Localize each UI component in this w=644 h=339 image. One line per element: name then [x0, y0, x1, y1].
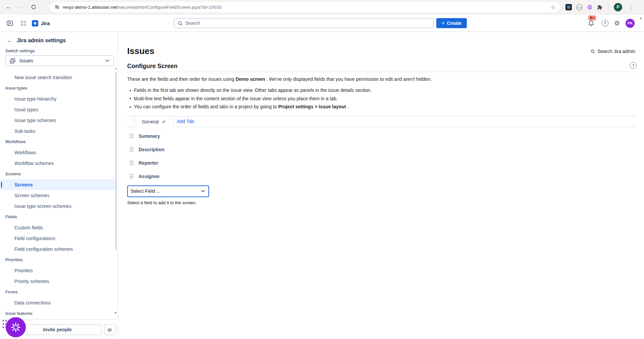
field-row-assignee[interactable]: Assignee: [127, 170, 636, 183]
drag-handle-icon[interactable]: [130, 160, 134, 165]
create-button[interactable]: + Create: [436, 18, 467, 28]
browser-extensions: {…} P ⋮: [565, 3, 636, 11]
back-arrow-icon[interactable]: ←: [7, 37, 12, 44]
main-content: Issues Search Jira admin Configure Scree…: [118, 32, 644, 339]
page-title: Issues: [127, 46, 636, 56]
starburst-icon: [11, 322, 21, 332]
sidebar-group-priorities: Priorities: [0, 255, 118, 265]
jira-top-nav: Jira + Create ? ⚙ PK 9+: [0, 14, 644, 32]
sidebar-item-workflow-schemes[interactable]: Workflow schemes: [0, 158, 115, 169]
bullet-item: You can configure the order of fields an…: [127, 103, 636, 111]
browser-profile-avatar[interactable]: P: [614, 3, 622, 11]
add-tab-link[interactable]: Add Tab: [177, 116, 194, 127]
feedback-megaphone-button[interactable]: [104, 324, 115, 335]
intro-text: These are the fields and their order for…: [127, 76, 636, 82]
bullet-item: Fields in the first tab are shown direct…: [127, 86, 636, 95]
sidebar-item-sub-tasks[interactable]: Sub-tasks: [0, 126, 115, 136]
settings-switcher-dropdown[interactable]: Issues: [5, 55, 114, 66]
sidebar-group-screens: Screens: [0, 169, 118, 179]
screen-tabs: General Add Tab: [127, 116, 636, 127]
help-icon[interactable]: ?: [630, 62, 637, 69]
app-switcher-icon[interactable]: [18, 18, 28, 28]
bookmark-star-icon[interactable]: ☆: [551, 4, 555, 10]
tab-general[interactable]: General: [134, 116, 174, 127]
bullet-item: Multi-line text fields appear in the con…: [127, 95, 636, 103]
info-bullet-list: Fields in the first tab are shown direct…: [127, 86, 636, 111]
sidebar-item-issue-types[interactable]: Issue types: [0, 104, 115, 115]
global-search[interactable]: [174, 18, 434, 28]
browser-menu-icon[interactable]: ⋮: [627, 4, 636, 10]
sidebar-item-field-configuration-schemes[interactable]: Field configuration schemes: [0, 244, 115, 255]
address-bar[interactable]: revyz-demo-1.atlassian.net/secure/admin/…: [50, 2, 560, 12]
help-icon[interactable]: ?: [602, 20, 608, 26]
sidebar-item-custom-fields[interactable]: Custom fields: [0, 222, 115, 233]
react-devtools-icon[interactable]: [565, 4, 572, 10]
app-name[interactable]: Jira: [41, 20, 50, 26]
sidebar-header: ← Jira admin settings: [0, 32, 118, 45]
sidebar-group-fields: Fields: [0, 212, 118, 222]
switcher-value: Issues: [19, 58, 33, 63]
search-icon: [178, 21, 183, 26]
select-field-dropdown[interactable]: Select Field ...: [127, 185, 209, 197]
drag-handle-icon[interactable]: [130, 133, 134, 138]
sidebar-scrollbar[interactable]: [115, 72, 116, 250]
section-title: Configure Screen: [127, 62, 636, 70]
sidebar-item-screen-schemes[interactable]: Screen schemes: [0, 190, 115, 201]
jira-configure-screen-page: { "colors": { "accent_blue": "#1868DB", …: [0, 0, 644, 339]
megaphone-icon: [107, 327, 113, 333]
sidebar-group-workflows: Workflows: [0, 136, 118, 147]
switch-settings-label: Switch settings: [5, 49, 112, 53]
browser-reload-icon[interactable]: [30, 3, 38, 11]
collapse-sidebar-icon[interactable]: [5, 18, 14, 28]
drag-handle-icon[interactable]: [130, 147, 134, 152]
page-scrollbar-up-arrow[interactable]: ▲: [639, 16, 643, 20]
url-text[interactable]: revyz-demo-1.atlassian.net/secure/admin/…: [63, 5, 221, 10]
notification-count-badge: 9+: [588, 15, 596, 20]
purple-burst-extension-icon[interactable]: [587, 4, 593, 10]
field-list: Summary Description Reporter Assignee: [127, 129, 636, 183]
sidebar-item-issue-type-screen-schemes[interactable]: Issue type screen schemes: [0, 201, 115, 212]
issues-icon: [10, 58, 15, 64]
field-row-summary[interactable]: Summary: [127, 129, 636, 143]
chevron-down-icon: [105, 59, 109, 62]
sidebar-group-issue-types: Issue types: [0, 83, 118, 94]
sidebar-item-issue-type-hierarchy[interactable]: Issue type hierarchy: [0, 94, 115, 104]
sidebar-item-new-issue-search-transition[interactable]: New issue search transition: [0, 72, 115, 83]
admin-sidebar: ← Jira admin settings Switch settings Is…: [0, 32, 118, 339]
sidebar-scrollbar-up-arrow[interactable]: ▲: [114, 67, 117, 70]
section-divider: [127, 72, 636, 72]
field-row-reporter[interactable]: Reporter: [127, 156, 636, 170]
ai-assistant-button[interactable]: [6, 317, 26, 337]
search-input[interactable]: [185, 20, 430, 26]
chevron-down-icon: [201, 190, 205, 192]
sidebar-item-workflows[interactable]: Workflows: [0, 147, 115, 158]
settings-gear-icon[interactable]: ⚙: [614, 20, 620, 26]
sidebar-group-forms: Forms: [0, 287, 118, 297]
sidebar-title: Jira admin settings: [17, 38, 66, 44]
sidebar-item-screens[interactable]: Screens: [0, 179, 115, 190]
toolbar-divider: [608, 4, 608, 10]
sidebar-item-data-connections[interactable]: Data connections: [0, 297, 115, 308]
browser-toolbar: ← → revyz-demo-1.atlassian.net/secure/ad…: [0, 0, 644, 14]
field-row-description[interactable]: Description: [127, 143, 636, 156]
user-avatar[interactable]: PK: [626, 19, 635, 28]
search-jira-admin-link[interactable]: Search Jira admin: [591, 49, 635, 54]
edit-pencil-icon[interactable]: [162, 120, 166, 124]
site-info-icon[interactable]: [55, 5, 59, 9]
json-viewer-extension-icon[interactable]: {…}: [576, 4, 583, 10]
sidebar-item-priority-schemes[interactable]: Priority schemes: [0, 276, 115, 287]
sidebar-nav: New issue search transition Issue types …: [0, 72, 118, 319]
sidebar-item-field-configurations[interactable]: Field configurations: [0, 233, 115, 244]
jira-logo-icon[interactable]: [32, 20, 38, 26]
extensions-puzzle-icon[interactable]: [597, 4, 603, 10]
search-icon: [591, 49, 595, 54]
sidebar-item-issue-type-schemes[interactable]: Issue type schemes: [0, 115, 115, 126]
invite-people-button[interactable]: Invite people: [13, 324, 101, 335]
select-field-helper-text: Select a field to add it to the screen.: [127, 200, 636, 205]
browser-forward-icon[interactable]: →: [17, 3, 25, 11]
plus-icon: +: [442, 20, 445, 26]
drag-handle-icon[interactable]: [130, 174, 134, 179]
browser-back-icon[interactable]: ←: [5, 3, 13, 11]
sidebar-item-priorities[interactable]: Priorities: [0, 265, 115, 276]
sidebar-scrollbar-down-arrow[interactable]: ▼: [114, 311, 117, 315]
